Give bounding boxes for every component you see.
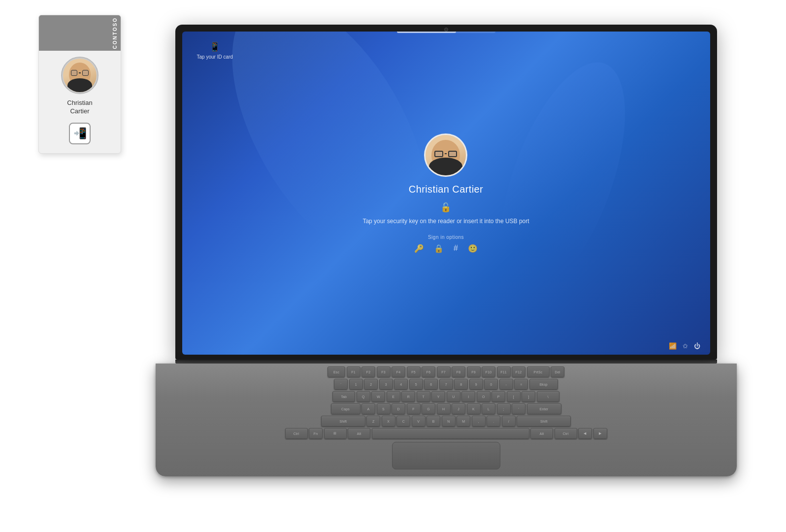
key-h[interactable]: H: [437, 403, 451, 414]
key-comma[interactable]: ,: [472, 416, 486, 427]
sign-in-face-icon[interactable]: 🙂: [468, 244, 478, 253]
key-right[interactable]: ▶: [593, 428, 607, 439]
key-f10[interactable]: F10: [482, 366, 495, 377]
key-r[interactable]: R: [401, 391, 415, 402]
key-n[interactable]: N: [442, 416, 456, 427]
screen-security-key-instruction: Tap your security key on the reader or i…: [362, 218, 529, 225]
key-y[interactable]: Y: [431, 391, 445, 402]
key-v[interactable]: V: [412, 416, 426, 427]
key-p[interactable]: P: [491, 391, 505, 402]
screen-lock-icon: 🔓: [440, 202, 451, 213]
key-c[interactable]: C: [396, 416, 410, 427]
key-9[interactable]: 9: [469, 379, 483, 390]
key-del[interactable]: Del: [551, 366, 564, 377]
key-ralt[interactable]: Alt: [530, 428, 553, 439]
key-left[interactable]: ◀: [578, 428, 592, 439]
sign-in-key-icon[interactable]: 🔑: [414, 244, 424, 253]
key-rctrl[interactable]: Ctrl: [555, 428, 577, 439]
key-f9[interactable]: F9: [467, 366, 481, 377]
key-f1[interactable]: F1: [347, 366, 360, 377]
key-f7[interactable]: F7: [437, 366, 451, 377]
key-e[interactable]: E: [387, 391, 400, 402]
key-caps[interactable]: Caps: [331, 403, 360, 414]
key-tab[interactable]: Tab: [332, 391, 355, 402]
key-lbracket[interactable]: [: [507, 391, 521, 402]
key-a[interactable]: A: [361, 403, 375, 414]
key-enter[interactable]: Enter: [527, 403, 561, 414]
touchpad[interactable]: [392, 442, 500, 469]
key-3[interactable]: 3: [379, 379, 393, 390]
key-5[interactable]: 5: [409, 379, 423, 390]
key-f2[interactable]: F2: [361, 366, 375, 377]
screen-user-name: Christian Cartier: [409, 184, 483, 195]
key-o[interactable]: O: [477, 391, 491, 402]
key-s[interactable]: S: [377, 403, 391, 414]
key-f3[interactable]: F3: [377, 366, 391, 377]
key-g[interactable]: G: [422, 403, 435, 414]
id-card-tap-section: 📲: [39, 123, 121, 144]
screen-login-content: Christian Cartier 🔓 Tap your security ke…: [362, 133, 529, 253]
key-space[interactable]: [372, 428, 529, 439]
key-equals[interactable]: =: [514, 379, 528, 390]
key-prtsc[interactable]: PrtSc: [527, 366, 550, 377]
key-f8[interactable]: F8: [452, 366, 465, 377]
sign-in-pin-icon[interactable]: #: [454, 244, 458, 253]
key-fn[interactable]: Fn: [309, 428, 323, 439]
key-z[interactable]: Z: [366, 416, 380, 427]
id-card-header: CONTOSO: [39, 15, 121, 51]
tap-icon-box[interactable]: 📲: [69, 123, 91, 144]
key-7[interactable]: 7: [439, 379, 453, 390]
key-f6[interactable]: F6: [422, 366, 435, 377]
key-b[interactable]: B: [426, 416, 440, 427]
id-card-face: [63, 59, 97, 92]
key-0[interactable]: 0: [484, 379, 498, 390]
keyboard-rows: Esc F1 F2 F3 F4 F5 F6 F7 F8 F9 F10 F11 F…: [165, 366, 727, 439]
face-body: [67, 78, 92, 92]
key-rshift[interactable]: Shift: [517, 416, 571, 427]
power-icon: ⏻: [694, 342, 700, 350]
key-k[interactable]: K: [467, 403, 481, 414]
key-minus[interactable]: -: [499, 379, 513, 390]
key-f11[interactable]: F11: [497, 366, 511, 377]
key-backspace[interactable]: Bksp: [529, 379, 558, 390]
key-q[interactable]: Q: [357, 391, 370, 402]
key-f12[interactable]: F12: [512, 366, 525, 377]
key-slash[interactable]: /: [502, 416, 516, 427]
key-m[interactable]: M: [457, 416, 470, 427]
key-backslash[interactable]: \: [537, 391, 559, 402]
screen-user-avatar: [424, 133, 467, 177]
key-j[interactable]: J: [452, 403, 465, 414]
sign-in-lock-icon[interactable]: 🔒: [434, 244, 444, 253]
key-d[interactable]: D: [392, 403, 405, 414]
laptop-hinge: [175, 360, 717, 364]
key-quote[interactable]: ': [512, 403, 525, 414]
key-rbracket[interactable]: ]: [522, 391, 535, 402]
key-w[interactable]: W: [371, 391, 385, 402]
key-lctrl[interactable]: Ctrl: [285, 428, 308, 439]
keyboard-row-qwerty: Tab Q W E R T Y U I O P [ ] \: [165, 391, 727, 402]
key-t[interactable]: T: [417, 391, 430, 402]
key-6[interactable]: 6: [424, 379, 438, 390]
key-semicolon[interactable]: ;: [497, 403, 511, 414]
key-l[interactable]: L: [482, 403, 495, 414]
key-u[interactable]: U: [447, 391, 460, 402]
key-esc[interactable]: Esc: [328, 366, 345, 377]
key-x[interactable]: X: [382, 416, 395, 427]
key-win[interactable]: ⊞: [324, 428, 347, 439]
id-card-name: Christian Cartier: [67, 99, 92, 116]
key-lshift[interactable]: Shift: [321, 416, 365, 427]
key-8[interactable]: 8: [454, 379, 468, 390]
s-glass-bridge: [445, 153, 447, 154]
screen-sign-in-options-label: Sign in options: [428, 234, 464, 240]
key-lalt[interactable]: Alt: [348, 428, 370, 439]
key-2[interactable]: 2: [364, 379, 378, 390]
key-f5[interactable]: F5: [407, 366, 421, 377]
id-card-photo: [61, 57, 98, 94]
key-i[interactable]: I: [461, 391, 475, 402]
key-period[interactable]: .: [487, 416, 500, 427]
key-f4[interactable]: F4: [392, 366, 405, 377]
key-1[interactable]: 1: [349, 379, 363, 390]
key-backtick[interactable]: `: [334, 379, 348, 390]
key-4[interactable]: 4: [394, 379, 408, 390]
key-f[interactable]: F: [407, 403, 421, 414]
